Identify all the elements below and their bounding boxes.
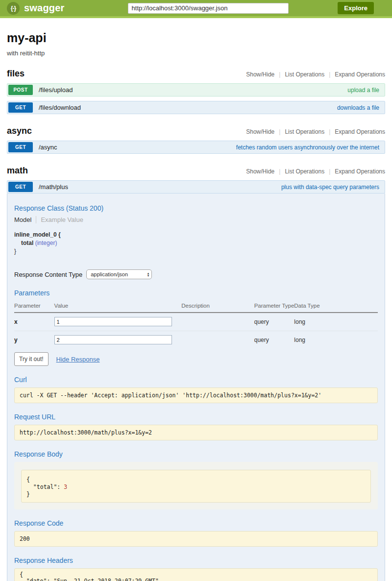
separator: | [279, 168, 280, 175]
operation-path: /async [39, 144, 57, 151]
selected-content-type: application/json [91, 271, 128, 277]
expand-operations-link[interactable]: Expand Operations [335, 168, 385, 175]
response-class-heading: Response Class (Status 200) [14, 204, 378, 212]
response-headers-heading: Response Headers [14, 557, 378, 564]
operation-row[interactable]: GET /math/plus plus with data-spec query… [7, 180, 385, 194]
separator: | [279, 71, 280, 78]
param-name: x [14, 313, 54, 331]
section-controls: Show/Hide | List Operations | Expand Ope… [246, 71, 385, 78]
operation-path: /files/upload [39, 86, 73, 94]
param-data-type: long [294, 331, 378, 349]
separator: | [329, 71, 330, 78]
response-body-container: { "total": 3 } [14, 462, 378, 509]
model-prop-type: (integer) [35, 240, 57, 246]
param-description [181, 331, 254, 349]
section-math: math Show/Hide | List Operations | Expan… [7, 166, 385, 581]
section-files: files Show/Hide | List Operations | Expa… [7, 69, 385, 114]
model-signature: inline_model_0 { total (integer) } [14, 231, 378, 256]
select-arrows-icon: ▴▾ [147, 272, 149, 277]
main-content: my-api with reitit-http files Show/Hide … [0, 31, 392, 581]
model-prop-name: total [21, 240, 33, 246]
model-close-line: } [14, 247, 378, 256]
separator: | [329, 168, 330, 175]
param-value-input[interactable] [54, 335, 172, 344]
response-body-code: { "total": 3 } [21, 470, 371, 503]
section-controls: Show/Hide | List Operations | Expand Ope… [246, 128, 385, 135]
param-name: y [14, 331, 54, 349]
param-type: query [254, 313, 294, 331]
section-title-math[interactable]: math [7, 166, 28, 176]
column-header: Parameter [14, 301, 54, 313]
operation-row[interactable]: GET /async fetches random users asynchro… [7, 141, 385, 154]
request-url: http://localhost:3000/math/plus?x=1&y=2 [14, 425, 378, 440]
section-controls: Show/Hide | List Operations | Expand Ope… [246, 168, 385, 175]
operation-row[interactable]: GET /files/download downloads a file [7, 101, 385, 114]
column-header: Description [181, 301, 254, 313]
method-badge: GET [8, 182, 33, 192]
operation-summary-link[interactable]: plus with data-spec query parameters [281, 184, 379, 191]
api-subtitle: with reitit-http [7, 49, 385, 57]
response-content-type-label: Response Content Type [14, 271, 82, 278]
method-badge: GET [8, 102, 33, 113]
parameters-heading: Parameters [14, 289, 378, 297]
list-operations-link[interactable]: List Operations [285, 71, 324, 78]
response-code-heading: Response Code [14, 519, 378, 527]
operation-summary-link[interactable]: downloads a file [337, 104, 379, 111]
separator: | [329, 128, 330, 135]
param-row: x query long [14, 313, 378, 331]
brand-title: swagger [24, 2, 65, 14]
param-type: query [254, 331, 294, 349]
hide-response-link[interactable]: Hide Response [56, 356, 100, 363]
column-header: Parameter Type [254, 301, 294, 313]
param-description [181, 313, 254, 331]
column-header: Value [54, 301, 182, 313]
expand-operations-link[interactable]: Expand Operations [335, 128, 385, 135]
section-title-files[interactable]: files [7, 69, 24, 79]
method-badge: POST [8, 85, 33, 95]
request-url-heading: Request URL [14, 413, 378, 421]
operation-path: /math/plus [39, 183, 68, 191]
operation-row[interactable]: POST /files/upload upload a file [7, 83, 385, 97]
swagger-logo-icon: {-} [7, 2, 20, 15]
curl-command: curl -X GET --header 'Accept: applicatio… [14, 387, 378, 403]
response-content-type-select[interactable]: application/json ▴▾ [86, 269, 152, 279]
tab-example-value[interactable]: Example Value [36, 216, 83, 223]
parameters-table: Parameter Value Description Parameter Ty… [14, 301, 378, 349]
explore-button[interactable]: Explore [338, 2, 374, 14]
operation-detail-panel: Response Class (Status 200) Model Exampl… [7, 194, 385, 581]
operation-summary-link[interactable]: fetches random users asynchronously over… [236, 144, 379, 151]
response-code: 200 [14, 531, 378, 547]
list-operations-link[interactable]: List Operations [285, 128, 324, 135]
param-data-type: long [294, 313, 378, 331]
tab-model[interactable]: Model [14, 216, 36, 223]
try-it-out-button[interactable]: Try it out! [14, 352, 49, 366]
swagger-url-input[interactable] [128, 3, 289, 14]
show-hide-link[interactable]: Show/Hide [246, 71, 274, 78]
response-body-heading: Response Body [14, 450, 378, 458]
show-hide-link[interactable]: Show/Hide [246, 168, 274, 175]
separator: | [279, 128, 280, 135]
operation-summary-link[interactable]: upload a file [347, 87, 379, 94]
header-bar: {-} swagger Explore [0, 0, 392, 18]
response-headers: { "date": "Sun, 21 Oct 2018 20:07:29 GMT… [14, 568, 378, 581]
section-title-async[interactable]: async [7, 126, 32, 136]
json-number-value: 3 [64, 484, 67, 490]
param-value-input[interactable] [54, 317, 172, 326]
operation-path: /files/download [39, 104, 81, 111]
param-row: y query long [14, 331, 378, 349]
api-title: my-api [7, 31, 385, 45]
column-header: Data Type [294, 301, 378, 313]
model-open-line: inline_model_0 { [14, 231, 378, 239]
section-async: async Show/Hide | List Operations | Expa… [7, 126, 385, 154]
expand-operations-link[interactable]: Expand Operations [335, 71, 385, 78]
method-badge: GET [8, 142, 33, 152]
list-operations-link[interactable]: List Operations [285, 168, 324, 175]
show-hide-link[interactable]: Show/Hide [246, 128, 274, 135]
curl-heading: Curl [14, 376, 378, 384]
model-tabs: Model Example Value [14, 216, 378, 223]
